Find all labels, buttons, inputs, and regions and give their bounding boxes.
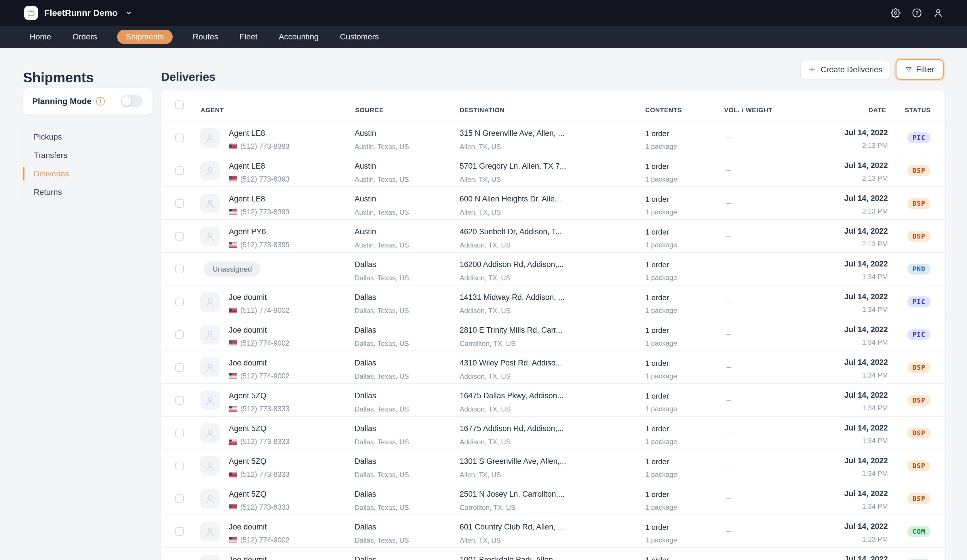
nav-item-routes[interactable]: Routes — [192, 30, 219, 44]
table-row[interactable]: Joe doumit Dallas 1001 Brockdale Park, A… — [161, 548, 945, 560]
contents-packages: 1 package — [645, 241, 677, 249]
table-row[interactable]: Unassigned Dallas Dallas, Texas, US 1620… — [161, 253, 945, 285]
row-checkbox[interactable] — [175, 166, 184, 175]
agent-sub: (512) 774-9002 — [229, 372, 289, 380]
help-button[interactable]: ? — [911, 7, 922, 19]
table-row[interactable]: Agent PY6 (512) 773-8395 Austi — [161, 220, 945, 253]
nav-item-fleet[interactable]: Fleet — [238, 30, 259, 44]
agent-phone: (512) 773-8333 — [240, 503, 289, 511]
table-row[interactable]: Joe doumit (512) 774-9002 Dall — [161, 318, 945, 351]
date-value: Jul 14, 2022 — [844, 161, 888, 170]
agent-name: Joe doumit — [229, 293, 267, 302]
time-value: 1:34 PM — [862, 437, 888, 445]
date-value: Jul 14, 2022 — [844, 391, 888, 400]
table-row[interactable]: Agent LE8 (512) 773-8393 Austi — [161, 187, 945, 220]
destination-region: Allen, TX, US — [460, 471, 501, 479]
destination-address: 4620 Sunbelt Dr, Addison, T... — [460, 227, 562, 236]
nav-item-home[interactable]: Home — [28, 30, 52, 44]
svg-text:?: ? — [915, 10, 918, 16]
status-badge: PIC — [908, 296, 931, 307]
table-row[interactable]: Agent LE8 (512) 773-8393 Austi — [161, 154, 945, 187]
table-row[interactable]: Joe doumit (512) 774-9002 Dall — [161, 351, 945, 384]
table-row[interactable]: Agent 5ZQ (512) 773-8333 Dalla — [161, 417, 945, 450]
user-icon — [933, 8, 944, 18]
vol-weight-value: – — [726, 166, 731, 175]
sidebar-item-returns[interactable]: Returns — [24, 183, 119, 201]
source-region: Dallas, Texas, US — [355, 536, 409, 544]
funnel-icon — [905, 66, 913, 73]
nav-item-accounting[interactable]: Accounting — [278, 30, 320, 44]
contents-packages: 1 package — [645, 273, 677, 282]
row-checkbox[interactable] — [175, 133, 184, 142]
person-icon — [204, 362, 216, 373]
table-row[interactable]: Agent LE8 (512) 773-8393 Austi — [161, 122, 945, 154]
avatar — [200, 390, 220, 410]
nav-item-shipments[interactable]: Shipments — [117, 30, 172, 44]
person-icon — [204, 427, 216, 439]
column-header-status: STATUS — [905, 107, 931, 114]
info-icon[interactable]: i — [96, 97, 105, 105]
status-badge: PND — [908, 264, 931, 275]
contents-packages: 1 package — [645, 536, 677, 544]
contents-packages: 1 package — [645, 208, 677, 216]
row-checkbox[interactable] — [175, 527, 184, 536]
time-value: 1:34 PM — [862, 404, 888, 412]
destination-region: Addison, TX, US — [460, 405, 510, 413]
avatar — [200, 128, 220, 148]
us-flag-icon — [229, 242, 237, 248]
us-flag-icon — [229, 537, 237, 543]
destination-region: Addison, TX, US — [460, 372, 510, 380]
table-row[interactable]: Joe doumit (512) 774-9002 Dall — [161, 515, 945, 548]
row-checkbox[interactable] — [175, 265, 184, 273]
table-row[interactable]: Agent 5ZQ (512) 773-8333 Dalla — [161, 482, 945, 515]
table-row[interactable]: Agent 5ZQ (512) 773-8333 Dalla — [161, 450, 945, 482]
row-checkbox[interactable] — [175, 363, 184, 372]
create-deliveries-button[interactable]: Create Deliveries — [800, 60, 890, 79]
row-checkbox[interactable] — [175, 199, 184, 208]
account-button[interactable] — [932, 7, 944, 19]
status-badge: DSP — [908, 460, 931, 471]
contents-orders: 1 order — [645, 260, 669, 269]
row-checkbox[interactable] — [175, 330, 184, 339]
agent-name: Agent LE8 — [229, 129, 265, 138]
nav-item-orders[interactable]: Orders — [71, 30, 98, 44]
status-badge: PIC — [908, 132, 931, 143]
vol-weight-value: – — [726, 362, 731, 372]
avatar — [200, 358, 220, 377]
row-checkbox[interactable] — [175, 494, 184, 503]
destination-region: Addison, TX, US — [460, 241, 510, 249]
row-checkbox[interactable] — [175, 232, 184, 240]
settings-button[interactable] — [890, 7, 901, 19]
sidebar-item-pickups[interactable]: Pickups — [24, 128, 119, 146]
row-checkbox[interactable] — [175, 461, 184, 470]
sidebar-item-deliveries[interactable]: Deliveries — [24, 165, 119, 183]
table-row[interactable]: Joe doumit (512) 774-9002 Dall — [161, 285, 945, 318]
avatar — [200, 423, 220, 443]
agent-name: Agent 5ZQ — [229, 457, 266, 466]
planning-mode-toggle[interactable] — [120, 95, 143, 107]
destination-address: 601 Country Club Rd, Allen, ... — [460, 522, 564, 532]
source-city: Dallas — [355, 490, 376, 499]
filter-label: Filter — [916, 65, 934, 74]
agent-phone: (512) 774-9002 — [240, 536, 289, 544]
destination-address: 16475 Dallas Pkwy, Addison... — [460, 391, 563, 400]
us-flag-icon — [229, 373, 237, 379]
table-row[interactable]: Agent 5ZQ (512) 773-8333 Dalla — [161, 384, 945, 417]
workspace-switcher[interactable]: FleetRunnr Demo — [24, 6, 132, 20]
select-all-checkbox[interactable] — [175, 100, 184, 109]
vol-weight-value: – — [726, 428, 731, 437]
agent-sub: (512) 773-8333 — [229, 470, 289, 479]
row-checkbox[interactable] — [175, 429, 184, 437]
sidebar-item-transfers[interactable]: Transfers — [24, 146, 119, 165]
filter-button[interactable]: Filter — [896, 59, 944, 80]
us-flag-icon — [229, 143, 237, 149]
row-checkbox[interactable] — [175, 396, 184, 405]
row-checkbox[interactable] — [175, 298, 184, 306]
person-icon — [204, 329, 216, 341]
source-city: Austin — [355, 227, 376, 236]
nav-item-customers[interactable]: Customers — [339, 30, 380, 44]
avatar — [200, 555, 220, 560]
agent-sub: (512) 773-8393 — [229, 208, 289, 216]
date-value: Jul 14, 2022 — [844, 489, 888, 498]
source-region: Dallas, Texas, US — [355, 372, 409, 380]
